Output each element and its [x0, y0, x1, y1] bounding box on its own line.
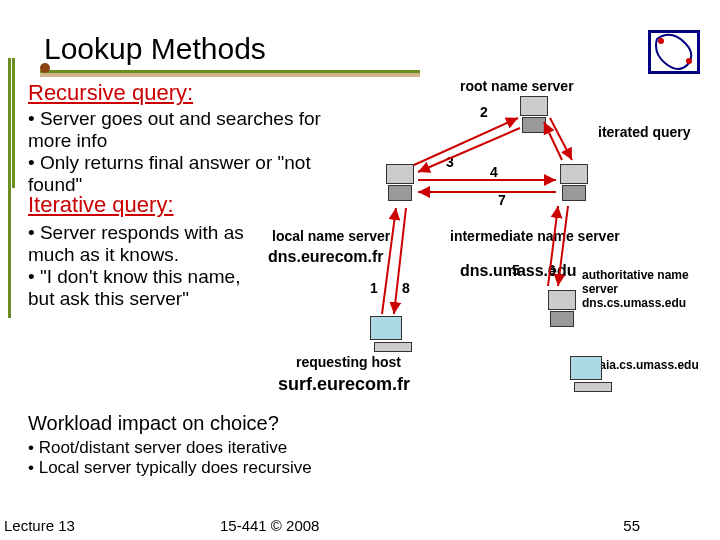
footer-center: 15-441 © 2008	[220, 517, 319, 534]
requesting-host-label: requesting host	[296, 354, 401, 370]
step-2: 2	[480, 104, 488, 120]
intermediate-server-icon	[560, 164, 588, 202]
decor-bars	[8, 58, 18, 188]
recursive-b1: Server goes out and searches for more in…	[28, 108, 321, 151]
local-server-label: local name server	[272, 228, 390, 244]
iterative-b2: "I don't know this name, but ask this se…	[28, 266, 240, 309]
svg-line-4	[550, 118, 572, 160]
recursive-b2: Only returns final answer or "not found"	[28, 152, 311, 195]
step-1: 1	[370, 280, 378, 296]
iterative-heading: Iterative query:	[28, 192, 174, 218]
svg-line-9	[394, 208, 406, 314]
workload-b1: Root/distant server does iterative	[39, 438, 288, 457]
svg-point-1	[686, 58, 692, 64]
root-label: root name server	[460, 78, 574, 94]
recursive-heading: Recursive query:	[28, 80, 193, 106]
footer-left: Lecture 13	[4, 517, 75, 534]
svg-line-8	[382, 208, 396, 314]
svg-point-0	[658, 38, 664, 44]
step-6: 6	[548, 262, 556, 278]
logo-icon	[648, 30, 700, 74]
step-3: 3	[446, 154, 454, 170]
dns-eurecom-label: dns.eurecom.fr	[268, 248, 384, 266]
step-8: 8	[402, 280, 410, 296]
step-4: 4	[490, 164, 498, 180]
surf-label: surf.eurecom.fr	[278, 374, 410, 395]
gaia-host-icon	[570, 356, 614, 394]
auth-dns-label: dns.cs.umass.edu	[582, 296, 686, 310]
iterative-b1: Server responds with as much as it knows…	[28, 222, 244, 265]
footer-right: 55	[623, 517, 640, 534]
root-server-icon	[520, 96, 548, 134]
svg-line-2	[414, 118, 518, 165]
requesting-host-icon	[370, 316, 414, 354]
svg-line-3	[418, 128, 520, 172]
title-underline	[40, 70, 420, 77]
workload-bullets: • Root/distant server does iterative • L…	[28, 438, 312, 477]
step-5: 5	[512, 262, 520, 278]
iterated-query-label: iterated query	[598, 124, 691, 140]
step-7: 7	[498, 192, 506, 208]
slide-title: Lookup Methods	[44, 32, 266, 66]
workload-heading: Workload impact on choice?	[28, 412, 279, 435]
iterative-bullets: • Server responds with as much as it kno…	[28, 222, 258, 309]
auth-server-label: authoritative name server	[582, 268, 720, 296]
auth-server-icon	[548, 290, 576, 328]
local-server-icon	[386, 164, 414, 202]
workload-b2: Local server typically does recursive	[39, 458, 312, 477]
slide: Lookup Methods Recursive query: • Server…	[0, 0, 720, 540]
intermediate-server-label: intermediate name server	[450, 228, 620, 244]
recursive-bullets: • Server goes out and searches for more …	[28, 108, 348, 195]
